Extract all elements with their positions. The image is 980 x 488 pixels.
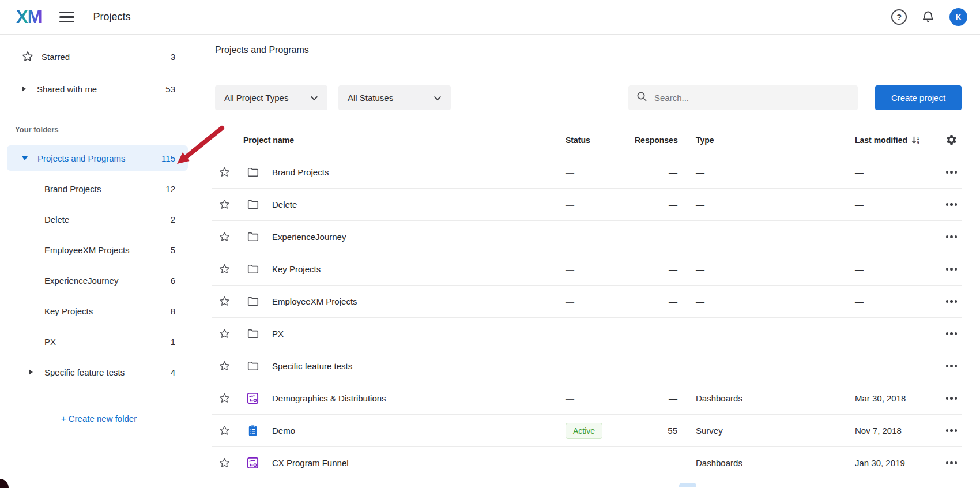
toolbar: All Project Types All Statuses Create pr…: [215, 85, 962, 110]
notifications-icon[interactable]: [921, 10, 936, 25]
sidebar-item-starred[interactable]: Starred 3: [7, 40, 188, 73]
project-name[interactable]: Demo: [265, 426, 566, 436]
star-toggle-icon[interactable]: [212, 425, 240, 436]
project-name[interactable]: EmployeeXM Projects: [265, 296, 566, 306]
col-responses[interactable]: Responses: [635, 136, 677, 145]
table-row[interactable]: EmployeeXM Projects————: [212, 286, 962, 318]
modified-value: —: [836, 232, 941, 242]
col-project-name[interactable]: Project name: [240, 136, 566, 145]
table-row[interactable]: ExperienceJourney————: [212, 221, 962, 253]
avatar[interactable]: K: [949, 8, 967, 26]
sidebar-item-shared[interactable]: Shared with me 53: [7, 73, 188, 105]
dashboard-icon: [240, 392, 265, 404]
table-header: Project name Status Responses Type Last …: [212, 124, 962, 156]
topbar-actions: ? K: [891, 8, 967, 26]
folder-count: 1: [171, 337, 175, 347]
caret-right-icon[interactable]: [29, 369, 34, 375]
row-menu-ellipsis-icon[interactable]: [941, 268, 962, 271]
sidebar-folder-item[interactable]: Delete2: [7, 207, 188, 232]
star-toggle-icon[interactable]: [212, 457, 240, 468]
table-row[interactable]: Key Projects————: [212, 253, 962, 286]
project-name[interactable]: Specific feature tests: [265, 361, 566, 371]
chevron-down-icon: [310, 93, 318, 103]
row-menu-ellipsis-icon[interactable]: [941, 429, 962, 432]
sidebar-folder-item[interactable]: PX1: [7, 329, 188, 354]
sort-1-to-9-icon: 19: [911, 136, 921, 145]
create-project-button[interactable]: Create project: [875, 85, 962, 110]
search-icon: [636, 91, 647, 104]
folder-count: 4: [171, 367, 175, 377]
responses-value: —: [635, 167, 677, 177]
statuses-dropdown[interactable]: All Statuses: [338, 85, 451, 110]
your-folders-heading: Your folders: [15, 125, 198, 134]
star-toggle-icon[interactable]: [212, 296, 240, 307]
create-new-folder-button[interactable]: + Create new folder: [0, 399, 198, 437]
project-name[interactable]: CX Program Funnel: [265, 458, 566, 468]
modified-value: Nov 7, 2018: [836, 426, 941, 436]
star-toggle-icon[interactable]: [212, 167, 240, 178]
modified-value: —: [836, 329, 941, 339]
star-toggle-icon[interactable]: [212, 231, 240, 242]
menu-icon[interactable]: [59, 12, 74, 22]
help-icon[interactable]: ?: [891, 9, 907, 25]
row-menu-ellipsis-icon[interactable]: [941, 461, 962, 464]
row-menu-ellipsis-icon[interactable]: [941, 332, 962, 335]
project-name[interactable]: Key Projects: [265, 264, 566, 274]
status-value: —: [566, 361, 635, 371]
star-toggle-icon[interactable]: [212, 328, 240, 339]
row-menu-ellipsis-icon[interactable]: [941, 300, 962, 303]
star-icon: [22, 51, 34, 62]
star-toggle-icon[interactable]: [212, 393, 240, 404]
col-status[interactable]: Status: [566, 136, 635, 145]
project-name[interactable]: Brand Projects: [265, 167, 566, 177]
row-menu-ellipsis-icon[interactable]: [941, 365, 962, 367]
col-last-modified[interactable]: Last modified 19: [836, 136, 941, 145]
table-row[interactable]: Demographics & Distributions——Dashboards…: [212, 382, 962, 415]
project-types-dropdown[interactable]: All Project Types: [215, 85, 327, 110]
folder-count: 12: [165, 184, 175, 194]
row-menu-ellipsis-icon[interactable]: [941, 171, 962, 174]
responses-value: —: [635, 296, 677, 306]
project-name[interactable]: ExperienceJourney: [265, 232, 566, 242]
table-row[interactable]: Brand Projects————: [212, 156, 962, 189]
page-title: Projects and Programs: [198, 35, 980, 66]
type-value: —: [677, 232, 836, 242]
row-menu-ellipsis-icon[interactable]: [941, 235, 962, 238]
star-toggle-icon[interactable]: [212, 199, 240, 210]
project-name[interactable]: Delete: [265, 200, 566, 209]
table-settings-gear-icon[interactable]: [941, 134, 962, 146]
row-menu-ellipsis-icon[interactable]: [941, 397, 962, 400]
top-bar: XM Projects ? K: [0, 0, 980, 35]
table-row[interactable]: Delete————: [212, 189, 962, 221]
sidebar: Starred 3 Shared with me 53 Your folders…: [0, 35, 198, 488]
status-value: —: [566, 329, 635, 339]
caret-right-icon[interactable]: [22, 86, 27, 92]
projects-table: Project name Status Responses Type Last …: [212, 124, 962, 487]
dashboard-icon: [240, 457, 265, 469]
table-row[interactable]: PX————: [212, 318, 962, 350]
caret-down-icon[interactable]: [22, 156, 28, 160]
star-toggle-icon[interactable]: [212, 264, 240, 275]
sidebar-folder-item[interactable]: Brand Projects12: [7, 176, 188, 201]
sidebar-folder-item[interactable]: EmployeeXM Projects5: [7, 237, 188, 262]
row-menu-ellipsis-icon[interactable]: [941, 203, 962, 206]
sidebar-folder-item[interactable]: ExperienceJourney6: [7, 268, 188, 293]
table-row[interactable]: CX Program Funnel——DashboardsJan 30, 201…: [212, 447, 962, 479]
star-toggle-icon[interactable]: [212, 361, 240, 371]
shared-count: 53: [165, 84, 175, 94]
sidebar-folder-item[interactable]: Specific feature tests4: [7, 359, 188, 385]
sidebar-folder-item[interactable]: Projects and Programs115: [7, 145, 188, 171]
project-name[interactable]: PX: [265, 329, 566, 339]
project-name[interactable]: Demographics & Distributions: [265, 393, 566, 403]
folder-label: EmployeeXM Projects: [44, 245, 130, 255]
sidebar-folder-item[interactable]: Key Projects8: [7, 298, 188, 324]
folder-icon: [240, 166, 265, 178]
xm-logo: XM: [16, 8, 42, 26]
status-value: —: [566, 232, 635, 242]
partial-badge-sliver: [679, 483, 696, 487]
search-input[interactable]: [653, 92, 850, 103]
table-row[interactable]: DemoActive55SurveyNov 7, 2018: [212, 415, 962, 447]
sidebar-divider: [0, 112, 198, 112]
table-row[interactable]: Specific feature tests————: [212, 350, 962, 382]
col-type[interactable]: Type: [677, 136, 836, 145]
